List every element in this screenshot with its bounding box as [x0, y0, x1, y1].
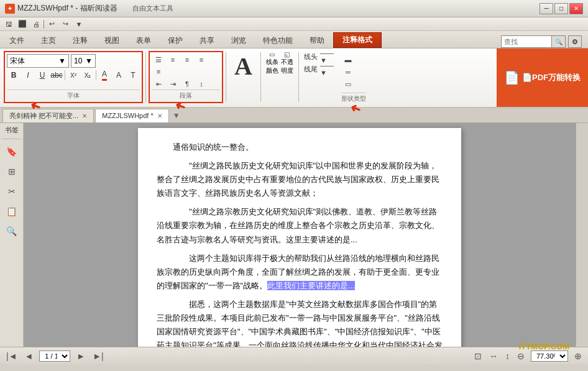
tab-share[interactable]: 共享: [191, 33, 223, 48]
text-style-big-button[interactable]: A: [231, 51, 255, 82]
minimize-button[interactable]: ─: [540, 3, 553, 14]
text-style-section: A: [227, 50, 259, 104]
para-0: 通俗知识的统一整合。: [157, 140, 443, 154]
maximize-button[interactable]: □: [554, 3, 568, 14]
font-color-icon: A: [102, 70, 107, 81]
next-page-button[interactable]: ►: [75, 351, 86, 361]
line-spacing-button[interactable]: ↕: [195, 78, 208, 89]
highlight-color-button[interactable]: A: [112, 69, 126, 81]
tab-features[interactable]: 特色功能: [255, 33, 301, 48]
shape-style-1[interactable]: ▬: [341, 54, 355, 65]
superscript-button[interactable]: X²: [67, 69, 80, 81]
para-4: 据悉，这两个主题数据库是"中英文丝路文献数据库多国合作项目"的第三批阶段性成果。…: [157, 298, 443, 347]
pdf-converter-button[interactable]: 📄 📄PDF万能转换: [497, 48, 588, 107]
tabs-bar: 亮剑精神 把不可能变... ✕ MZZJLSWHpdf * ✕ ▼: [0, 108, 588, 123]
sidebar-thumbnail-icon[interactable]: ⊞: [3, 163, 21, 180]
transparency-icon: ◱: [284, 51, 290, 58]
align-right-button[interactable]: ≡: [195, 54, 208, 65]
tab-browse[interactable]: 浏览: [223, 33, 254, 48]
line-color-button[interactable]: ▭ 线条颜色: [266, 51, 278, 75]
sidebar-paste-icon[interactable]: 📋: [3, 203, 21, 220]
fit-width-button[interactable]: ↔: [488, 351, 499, 361]
linehead-controls: 线头 ——▼ 线尾 ——▼: [304, 51, 334, 75]
last-page-button[interactable]: ►|: [91, 351, 105, 361]
tab-home[interactable]: 主页: [33, 33, 64, 48]
transparency-button[interactable]: ◱ 不透明度: [281, 51, 293, 75]
tab-view[interactable]: 视图: [96, 33, 127, 48]
tab-protect[interactable]: 保护: [160, 33, 191, 48]
linehead-selector[interactable]: ——▼: [320, 51, 334, 62]
tab-annotation-format[interactable]: 注释格式: [333, 32, 382, 48]
qa-dropdown[interactable]: ▼: [73, 19, 85, 30]
font-section-label: 字体: [7, 89, 140, 100]
ribbon-sep4: [298, 52, 299, 102]
settings-button[interactable]: ⚙: [568, 35, 582, 48]
font-size-selector[interactable]: 10 ▼: [71, 54, 96, 68]
fit-page-button[interactable]: ⊡: [473, 351, 483, 361]
qa-print[interactable]: 🖨: [30, 19, 42, 30]
underline-button[interactable]: U: [35, 69, 49, 81]
qa-redo[interactable]: ↪: [59, 19, 71, 30]
sidebar-cut-icon[interactable]: ✂: [3, 183, 21, 200]
bold-button[interactable]: B: [7, 69, 21, 81]
qa-copy[interactable]: ⬛: [16, 19, 29, 30]
prev-page-button[interactable]: ◄: [24, 351, 35, 361]
para-style-button[interactable]: ¶: [180, 78, 194, 89]
tab-help[interactable]: 帮助: [301, 33, 333, 48]
paragraph-indent-row: ⇤ ⇥ ¶ ↕: [152, 78, 220, 89]
decrease-indent-button[interactable]: ⇤: [152, 78, 165, 89]
qa-save[interactable]: 🖫: [2, 19, 15, 30]
font-row2: B I U abc X² X₂ A A T: [7, 69, 140, 81]
close-button[interactable]: ✕: [569, 3, 583, 14]
italic-button[interactable]: I: [21, 69, 35, 81]
highlighted-text: 此里我们主要讲述的是...: [267, 281, 355, 290]
increase-indent-button[interactable]: ⇥: [166, 78, 180, 89]
search-icon[interactable]: 🔍: [551, 36, 565, 47]
content-area: 通俗知识的统一整合。 "丝绸之路民族历史文化研究知识库"以中国和世界史的发展阶段…: [24, 123, 576, 347]
align-justify-button[interactable]: ≡: [152, 66, 165, 77]
fit-height-button[interactable]: ↕: [504, 351, 511, 361]
qa-separator: [44, 20, 44, 29]
shape-section: ▬ ═ ▭ 形状类型 ➜: [338, 50, 370, 104]
big-A-icon: A: [234, 54, 252, 79]
sidebar-search-icon[interactable]: 🔍: [3, 222, 21, 240]
text-style-button[interactable]: T: [126, 69, 140, 81]
zoom-selector[interactable]: 77.30%: [531, 350, 568, 362]
linehead-row: 线头 ——▼: [304, 51, 334, 62]
scrollbar-right[interactable]: [576, 123, 588, 347]
list-bullet-button[interactable]: ☰: [152, 54, 165, 65]
subscript-button[interactable]: X₂: [81, 69, 94, 81]
separator2: [96, 70, 96, 80]
pdf-icon: 📄: [504, 70, 520, 85]
first-page-button[interactable]: |◄: [5, 351, 19, 361]
linehead-section: 线头 ——▼ 线尾 ——▼: [300, 50, 338, 104]
search-input[interactable]: [502, 38, 551, 45]
shape-style-2[interactable]: ═: [341, 66, 355, 78]
linetail-selector[interactable]: ——▼: [320, 63, 334, 75]
zoom-in-button[interactable]: ⊕: [573, 351, 583, 361]
tab-form[interactable]: 表单: [128, 33, 159, 48]
ribbon-sep3: [260, 52, 261, 102]
font-family-selector[interactable]: 宋体 ▼: [7, 54, 69, 68]
paragraph-align-row: ☰ ≡ ≡ ≡ ≡: [152, 54, 220, 77]
zoom-out-button[interactable]: ⊖: [516, 351, 526, 361]
page-selector[interactable]: 1 / 1: [39, 350, 70, 362]
shape-style-3[interactable]: ▭: [341, 79, 355, 90]
main-layout: 书签 🔖 ⊞ ✂ 📋 🔍 通俗知识的统一整合。 "丝绸之路民族历史文化研究知识库…: [0, 123, 588, 347]
status-bar: |◄ ◄ 1 / 1 ► ►| ⊡ ↔ ↕ ⊖ 77.30% ⊕: [0, 347, 588, 364]
close-tab1-button[interactable]: ✕: [82, 112, 87, 119]
tab-file[interactable]: 文件: [1, 33, 32, 48]
align-center-button[interactable]: ≡: [180, 54, 194, 65]
tab-annotation[interactable]: 注释: [65, 33, 96, 48]
document-page: 通俗知识的统一整合。 "丝绸之路民族历史文化研究知识库"以中国和世界史的发展阶段…: [138, 128, 461, 347]
tab-doc2[interactable]: MZZJLSWHpdf * ✕: [95, 109, 169, 122]
close-tab2-button[interactable]: ✕: [157, 112, 162, 119]
qa-undo[interactable]: ↩: [45, 19, 58, 30]
sidebar-bookmark-icon[interactable]: 🔖: [3, 143, 21, 160]
align-left-button[interactable]: ≡: [166, 54, 180, 65]
strikethrough-button[interactable]: abc: [50, 69, 63, 81]
font-size-arrow: ▼: [85, 57, 93, 65]
font-color-button[interactable]: A: [98, 69, 111, 81]
tab-doc1[interactable]: 亮剑精神 把不可能变... ✕: [2, 109, 94, 122]
ribbon: 宋体 ▼ 10 ▼ B I U abc X² X₂ A A T: [0, 48, 588, 108]
